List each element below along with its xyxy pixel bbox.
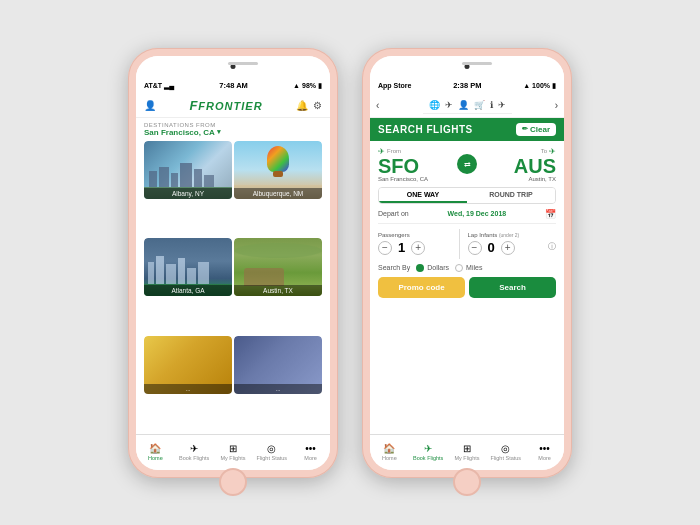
- my-flights-icon: ⊞: [229, 443, 237, 454]
- promo-code-button[interactable]: Promo code: [378, 277, 465, 298]
- signal-icon: ▂▄: [164, 82, 174, 90]
- flights-icon[interactable]: ✈: [445, 100, 453, 110]
- status-right: ▲ 98% ▮: [293, 82, 322, 90]
- list-item[interactable]: Austin, TX: [234, 238, 322, 296]
- speaker: [228, 62, 258, 65]
- info-icon[interactable]: ℹ: [490, 100, 493, 110]
- status-bar: AT&T ▂▄ 7:48 AM ▲ 98% ▮: [136, 78, 330, 94]
- austin-label: Austin, TX: [234, 285, 322, 296]
- more-label: More: [304, 455, 317, 461]
- status-left: AT&T ▂▄: [144, 82, 174, 90]
- forward-icon[interactable]: ›: [555, 100, 558, 111]
- dest6-label: ...: [234, 384, 322, 394]
- phone-2: App Store 2:38 PM ▲ 100% ▮ ‹ 🌐 ✈ 👤: [362, 48, 572, 478]
- nav2-home[interactable]: 🏠 Home: [370, 443, 409, 461]
- from-code[interactable]: SFO: [378, 156, 457, 176]
- to-code[interactable]: AUS: [477, 156, 556, 176]
- app-content: 👤 FFRONTIER 🔔 ⚙ DESTINATIONS FROM San Fr…: [136, 94, 330, 434]
- nav-my-flights[interactable]: ⊞ My Flights: [214, 443, 253, 461]
- settings-icon[interactable]: ⚙: [313, 100, 322, 111]
- search-by-label: Search By: [378, 264, 410, 271]
- info-tooltip-icon[interactable]: ⓘ: [548, 241, 556, 252]
- nav2-book-flights[interactable]: ✈ Book Flights: [409, 443, 448, 461]
- miles-option[interactable]: Miles: [455, 264, 482, 272]
- nav-home[interactable]: 🏠 Home: [136, 443, 175, 461]
- lap-infants-label: Lap Infants (under 2): [468, 232, 541, 238]
- nav-flight-status[interactable]: ◎ Flight Status: [252, 443, 291, 461]
- time-display-2: 2:38 PM: [453, 81, 481, 90]
- swap-button[interactable]: ⇄: [457, 154, 477, 174]
- trip-type-selector: ONE WAY ROUND TRIP: [378, 187, 556, 204]
- list-item[interactable]: Albany, NY: [144, 141, 232, 199]
- clear-button[interactable]: ✏ Clear: [516, 123, 556, 136]
- home-label: Home: [148, 455, 163, 461]
- app-header: 👤 FFRONTIER 🔔 ⚙: [136, 94, 330, 118]
- book-flights-label: Book Flights: [179, 455, 209, 461]
- calendar-icon[interactable]: 📅: [545, 209, 556, 219]
- notification-icon[interactable]: 🔔: [296, 100, 308, 111]
- flight-status-icon: ◎: [267, 443, 276, 454]
- book-flights-icon-2: ✈: [424, 443, 432, 454]
- passengers-decrease-button[interactable]: −: [378, 241, 392, 255]
- my-flights-label-2: My Flights: [454, 455, 479, 461]
- flight-status-label: Flight Status: [257, 455, 288, 461]
- one-way-button[interactable]: ONE WAY: [379, 188, 467, 203]
- to-col: To ✈ AUS Austin, TX: [477, 147, 556, 182]
- home-label-2: Home: [382, 455, 397, 461]
- passengers-group: Passengers − 1 +: [378, 232, 451, 255]
- book-flights-label-2: Book Flights: [413, 455, 443, 461]
- book-flights-icon: ✈: [190, 443, 198, 454]
- home-icon: 🏠: [149, 443, 161, 454]
- more-label-2: More: [538, 455, 551, 461]
- back-icon[interactable]: ‹: [376, 100, 379, 111]
- search-button[interactable]: Search: [469, 277, 556, 298]
- home-button-2[interactable]: [453, 468, 481, 496]
- list-item[interactable]: ...: [144, 336, 232, 394]
- destinations-header: DESTINATIONS FROM San Francisco, CA ▾: [136, 118, 330, 139]
- wifi-icon-2: ▲: [523, 82, 530, 89]
- time-display: 7:48 AM: [219, 81, 247, 90]
- profile-icon-2[interactable]: 👤: [458, 100, 469, 110]
- list-item[interactable]: ...: [234, 336, 322, 394]
- nav-more[interactable]: ••• More: [291, 443, 330, 461]
- chevron-icon: ▾: [217, 128, 221, 136]
- bottom-navigation: 🏠 Home ✈ Book Flights ⊞ My Flights ◎ Fli…: [136, 434, 330, 470]
- globe-icon[interactable]: 🌐: [429, 100, 440, 110]
- infants-increase-button[interactable]: +: [501, 241, 515, 255]
- search-flights-title: SEARCH FLIGHTS: [378, 124, 473, 135]
- profile-icon[interactable]: 👤: [144, 100, 156, 111]
- round-trip-button[interactable]: ROUND TRIP: [467, 188, 555, 203]
- list-item[interactable]: Atlanta, GA: [144, 238, 232, 296]
- carrier-text: AT&T: [144, 82, 162, 89]
- flights2-icon[interactable]: ✈: [498, 100, 506, 110]
- nav2-flight-status[interactable]: ◎ Flight Status: [486, 443, 525, 461]
- bottom-navigation-2: 🏠 Home ✈ Book Flights ⊞ My Flights ◎ Fli…: [370, 434, 564, 470]
- top-nav-bar: ‹ 🌐 ✈ 👤 🛒 ℹ ✈ ›: [370, 94, 564, 118]
- battery-icon-2: ▮: [552, 82, 556, 90]
- depart-date-value[interactable]: Wed, 19 Dec 2018: [448, 210, 507, 217]
- from-col: ✈ From SFO San Francisco, CA: [378, 147, 457, 182]
- home-icon-2: 🏠: [383, 443, 395, 454]
- dollars-option[interactable]: Dollars: [416, 264, 449, 272]
- more-icon-2: •••: [539, 443, 550, 454]
- flight-status-icon-2: ◎: [501, 443, 510, 454]
- infants-decrease-button[interactable]: −: [468, 241, 482, 255]
- nav2-my-flights[interactable]: ⊞ My Flights: [448, 443, 487, 461]
- app-content-2: ‹ 🌐 ✈ 👤 🛒 ℹ ✈ › SEARCH FLIGHTS ✏: [370, 94, 564, 434]
- my-flights-label: My Flights: [220, 455, 245, 461]
- list-item[interactable]: Albuquerque, NM: [234, 141, 322, 199]
- passengers-count: 1: [398, 240, 405, 255]
- more-icon: •••: [305, 443, 316, 454]
- top-bezel-2: [370, 56, 564, 78]
- status-right-2: ▲ 100% ▮: [523, 82, 556, 90]
- infants-count: 0: [488, 240, 495, 255]
- passengers-increase-button[interactable]: +: [411, 241, 425, 255]
- cart-icon[interactable]: 🛒: [474, 100, 485, 110]
- home-button[interactable]: [219, 468, 247, 496]
- nav2-more[interactable]: ••• More: [525, 443, 564, 461]
- lap-infants-counter: − 0 +: [468, 240, 541, 255]
- nav-book-flights[interactable]: ✈ Book Flights: [175, 443, 214, 461]
- destination-city[interactable]: San Francisco, CA ▾: [144, 128, 322, 137]
- battery-text-2: 100%: [532, 82, 550, 89]
- app-store-text: App Store: [378, 82, 411, 89]
